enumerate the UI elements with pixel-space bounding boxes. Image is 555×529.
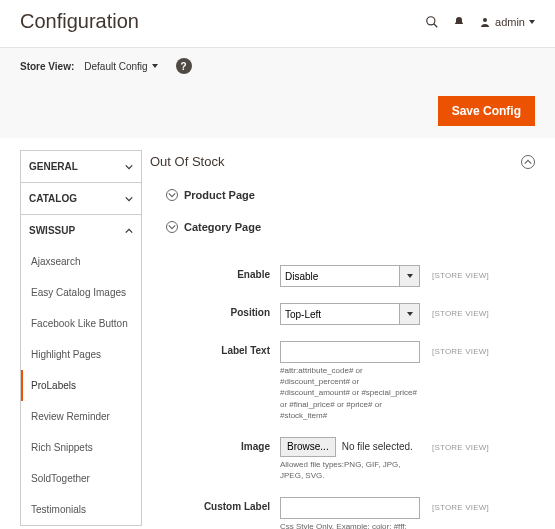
custom-label-input[interactable] <box>280 497 420 519</box>
save-config-button[interactable]: Save Config <box>438 96 535 126</box>
position-value[interactable] <box>280 303 400 325</box>
dropdown-arrow-icon <box>400 303 420 325</box>
content-area: Out Of Stock Product Page Category Page … <box>150 150 535 529</box>
expand-icon <box>166 189 178 201</box>
sidebar-group-swissup[interactable]: SWISSUP <box>20 214 142 246</box>
sidebar-item-soldtogether[interactable]: SoldTogether <box>21 463 141 494</box>
field-scope: [STORE VIEW] <box>420 497 500 512</box>
section-title-out-of-stock: Out Of Stock <box>150 154 224 169</box>
label-text-input[interactable] <box>280 341 420 363</box>
notifications-icon[interactable] <box>453 16 465 28</box>
subsection-category-page[interactable]: Category Page <box>150 211 535 243</box>
svg-point-0 <box>427 16 435 24</box>
sidebar-group-label: GENERAL <box>29 161 78 172</box>
field-label-image: Image <box>150 437 280 452</box>
sidebar-group-label: CATALOG <box>29 193 77 204</box>
page-title: Configuration <box>20 10 139 33</box>
field-note: Css Style Only. Example: color: #fff; te… <box>280 521 420 529</box>
field-note: #attr:attribute_code# or #discount_perce… <box>280 365 420 421</box>
user-icon <box>479 16 491 28</box>
browse-button[interactable]: Browse... <box>280 437 336 457</box>
collapse-section-icon[interactable] <box>521 155 535 169</box>
subsection-label: Product Page <box>184 189 255 201</box>
sidebar-item-highlight-pages[interactable]: Highlight Pages <box>21 339 141 370</box>
expand-icon <box>166 221 178 233</box>
subsection-product-page[interactable]: Product Page <box>150 179 535 211</box>
sidebar-item-facebook-like-button[interactable]: Facebook Like Button <box>21 308 141 339</box>
sidebar-item-testimonials[interactable]: Testimonials <box>21 494 141 525</box>
store-view-select[interactable]: Default Config <box>84 61 157 72</box>
sidebar-group-catalog[interactable]: CATALOG <box>20 182 142 214</box>
sidebar: GENERAL CATALOG SWISSUP AjaxsearchEasy C… <box>20 150 142 529</box>
sidebar-item-review-reminder[interactable]: Review Reminder <box>21 401 141 432</box>
sidebar-item-rich-snippets[interactable]: Rich Snippets <box>21 432 141 463</box>
field-scope: [STORE VIEW] <box>420 341 500 356</box>
field-label-label-text: Label Text <box>150 341 280 356</box>
chevron-up-icon <box>125 227 133 235</box>
svg-line-1 <box>434 23 438 27</box>
no-file-text: No file selected. <box>342 441 413 452</box>
search-icon[interactable] <box>425 15 439 29</box>
user-name: admin <box>495 16 525 28</box>
caret-down-icon <box>152 64 158 68</box>
sidebar-group-general[interactable]: GENERAL <box>20 150 142 182</box>
field-label-position: Position <box>150 303 280 318</box>
store-view-label: Store View: <box>20 61 74 72</box>
field-note: Allowed file types:PNG, GIF, JPG, JPEG, … <box>280 459 420 481</box>
enable-value[interactable] <box>280 265 400 287</box>
caret-down-icon <box>529 20 535 24</box>
user-menu[interactable]: admin <box>479 16 535 28</box>
sidebar-item-prolabels[interactable]: ProLabels <box>21 370 141 401</box>
sidebar-item-ajaxsearch[interactable]: Ajaxsearch <box>21 246 141 277</box>
sidebar-group-label: SWISSUP <box>29 225 75 236</box>
field-scope: [STORE VIEW] <box>420 265 500 280</box>
field-label-custom-label: Custom Label <box>150 497 280 512</box>
enable-select[interactable] <box>280 265 420 287</box>
field-scope: [STORE VIEW] <box>420 303 500 318</box>
store-view-value: Default Config <box>84 61 147 72</box>
chevron-down-icon <box>125 163 133 171</box>
sidebar-item-easy-catalog-images[interactable]: Easy Catalog Images <box>21 277 141 308</box>
field-label-enable: Enable <box>150 265 280 280</box>
position-select[interactable] <box>280 303 420 325</box>
chevron-down-icon <box>125 195 133 203</box>
dropdown-arrow-icon <box>400 265 420 287</box>
subsection-label: Category Page <box>184 221 261 233</box>
field-scope: [STORE VIEW] <box>420 437 500 452</box>
svg-point-2 <box>483 18 487 22</box>
help-icon[interactable]: ? <box>176 58 192 74</box>
